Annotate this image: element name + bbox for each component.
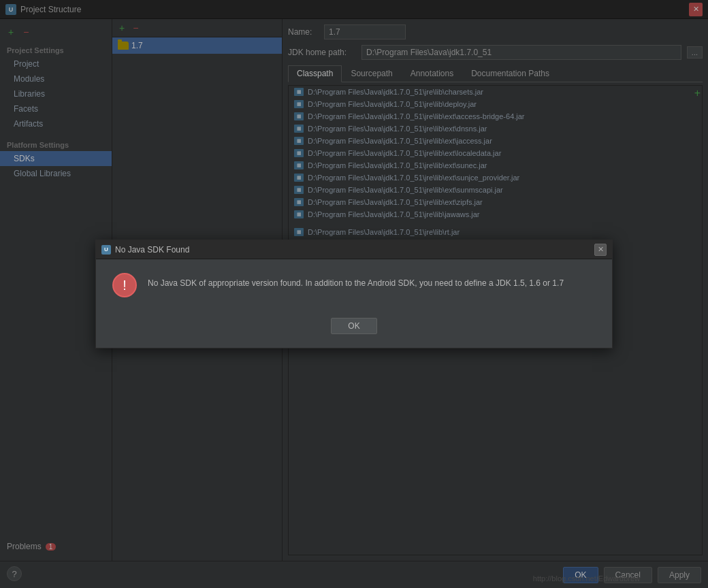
dialog-titlebar: U No Java SDK Found ✕: [96, 240, 612, 259]
dialog-icon: U: [101, 245, 111, 255]
dialog-close-button[interactable]: ✕: [594, 244, 607, 256]
error-icon: !: [112, 273, 137, 297]
dialog: U No Java SDK Found ✕ ! No Java SDK of a…: [95, 240, 613, 348]
dialog-ok-button[interactable]: OK: [331, 318, 376, 334]
dialog-message: No Java SDK of appropriate version found…: [148, 273, 564, 289]
dialog-title: No Java SDK Found: [115, 245, 594, 255]
dialog-overlay: U No Java SDK Found ✕ ! No Java SDK of a…: [0, 0, 708, 588]
dialog-body: ! No Java SDK of appropriate version fou…: [96, 259, 612, 311]
dialog-footer: OK: [96, 311, 612, 345]
